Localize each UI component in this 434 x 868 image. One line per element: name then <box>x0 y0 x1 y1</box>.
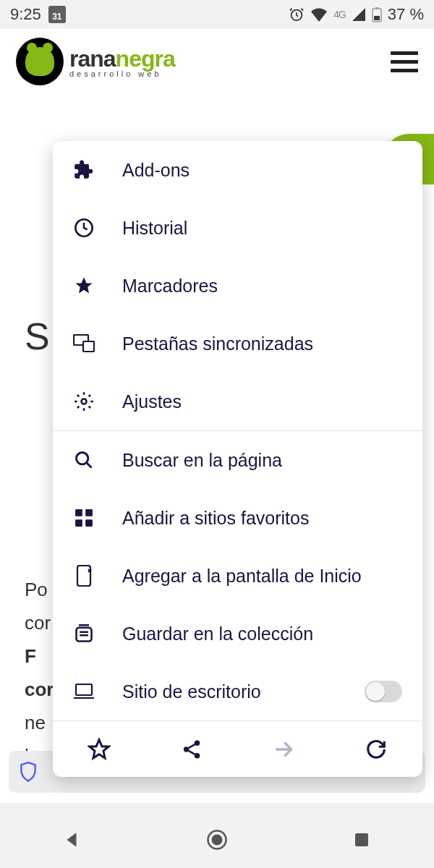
grid-icon <box>73 507 95 529</box>
menu-label: Guardar en la colección <box>122 624 402 644</box>
laptop-icon <box>73 681 95 702</box>
site-logo[interactable]: rananegra desarrollo web <box>16 38 175 85</box>
menu-bookmarks[interactable]: Marcadores <box>53 257 422 315</box>
android-navbar <box>0 812 434 868</box>
bg-text: cor <box>25 612 51 634</box>
menu-label: Marcadores <box>122 276 402 297</box>
menu-label: Agregar a la pantalla de Inicio <box>122 566 402 587</box>
menu-desktop-site[interactable]: Sitio de escritorio <box>53 663 422 720</box>
bg-text: ne <box>25 712 46 734</box>
battery-icon <box>372 7 382 22</box>
nav-home-button[interactable] <box>203 826 231 854</box>
star-icon <box>73 275 95 297</box>
svg-rect-9 <box>75 509 82 516</box>
svg-rect-6 <box>83 341 94 352</box>
svg-point-20 <box>213 835 222 845</box>
menu-label: Buscar en la página <box>122 450 402 471</box>
brand-tagline: desarrollo web <box>69 69 175 78</box>
desktop-toggle[interactable] <box>365 681 402 702</box>
search-icon <box>73 449 95 471</box>
svg-rect-12 <box>85 519 93 527</box>
arrow-right-icon <box>272 738 295 761</box>
brand-name: rananegra <box>69 46 175 72</box>
menu-find-in-page[interactable]: Buscar en la página <box>53 431 422 489</box>
share-action[interactable] <box>145 721 238 777</box>
phone-add-icon <box>73 565 95 587</box>
frog-icon <box>16 38 64 85</box>
svg-point-18 <box>194 753 200 759</box>
menu-label: Ajustes <box>122 391 402 412</box>
puzzle-icon <box>73 159 95 181</box>
network-type: 4G <box>333 9 346 20</box>
reload-icon <box>365 739 387 760</box>
menu-label: Historial <box>122 218 402 239</box>
menu-settings[interactable]: Ajustes <box>53 373 422 430</box>
signal-icon <box>352 7 366 22</box>
svg-point-7 <box>82 399 87 404</box>
menu-label: Pestañas sincronizadas <box>122 333 402 354</box>
menu-save-collection[interactable]: Guardar en la colección <box>53 605 422 663</box>
nav-back-button[interactable] <box>59 826 86 854</box>
svg-rect-21 <box>355 833 368 846</box>
battery-percent: 37 % <box>388 5 424 24</box>
bg-text: F <box>25 645 36 668</box>
menu-synced-tabs[interactable]: Pestañas sincronizadas <box>53 315 422 373</box>
devices-icon <box>73 333 95 354</box>
wifi-icon <box>310 7 328 22</box>
clock-icon <box>73 217 95 239</box>
menu-top-sites[interactable]: Añadir a sitios favoritos <box>53 489 422 547</box>
bg-text: S <box>25 315 50 358</box>
svg-rect-15 <box>76 684 92 695</box>
menu-label: Add-ons <box>122 160 402 181</box>
gear-icon <box>73 391 95 412</box>
reload-action[interactable] <box>330 721 422 777</box>
page-header: rananegra desarrollo web <box>0 29 434 94</box>
status-bar: 9:25 31 4G 37 % <box>0 0 434 29</box>
hamburger-button[interactable] <box>391 51 418 72</box>
menu-label: Sitio de escritorio <box>122 681 337 702</box>
share-icon <box>181 739 203 760</box>
svg-point-16 <box>194 740 200 746</box>
svg-point-17 <box>183 746 189 752</box>
svg-rect-11 <box>75 519 82 527</box>
status-time: 9:25 <box>10 5 41 24</box>
bg-text: Po <box>25 579 48 601</box>
svg-rect-3 <box>374 16 380 20</box>
menu-add-homescreen[interactable]: Agregar a la pantalla de Inicio <box>53 547 422 605</box>
shield-icon <box>19 761 38 783</box>
svg-rect-10 <box>85 509 93 516</box>
bg-text: cor <box>25 678 54 701</box>
nav-recent-button[interactable] <box>348 826 375 854</box>
forward-action[interactable] <box>238 721 331 777</box>
star-outline-icon <box>88 738 111 761</box>
collection-icon <box>73 623 95 644</box>
svg-rect-13 <box>77 566 90 586</box>
calendar-icon: 31 <box>48 6 66 23</box>
menu-action-bar <box>53 720 422 777</box>
menu-history[interactable]: Historial <box>53 199 422 257</box>
alarm-icon <box>289 7 305 22</box>
svg-rect-2 <box>375 7 378 9</box>
svg-point-8 <box>77 453 88 464</box>
menu-addons[interactable]: Add-ons <box>53 141 422 199</box>
browser-menu: Add-ons Historial Marcadores Pestañas si… <box>53 141 422 777</box>
bookmark-action[interactable] <box>53 721 145 777</box>
menu-label: Añadir a sitios favoritos <box>122 508 402 529</box>
